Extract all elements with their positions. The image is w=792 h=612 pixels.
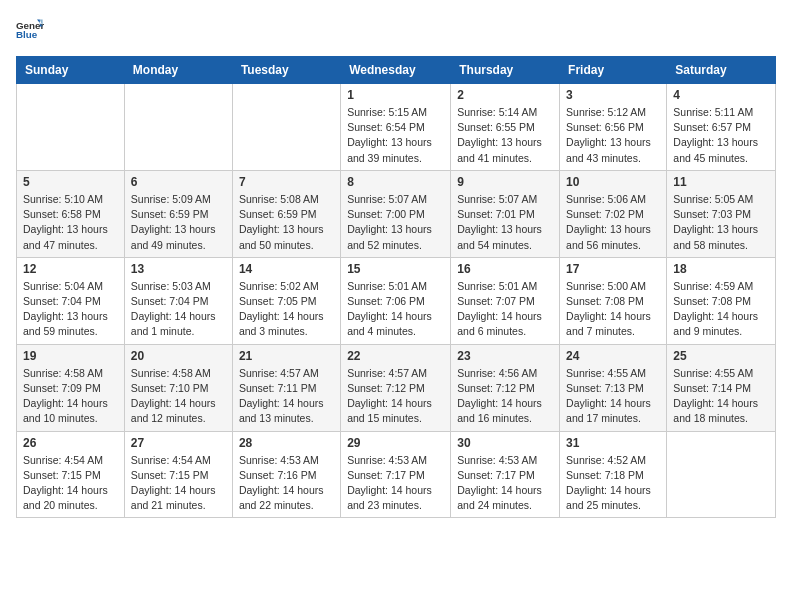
- calendar-cell: 2Sunrise: 5:14 AM Sunset: 6:55 PM Daylig…: [451, 84, 560, 171]
- day-info: Sunrise: 4:53 AM Sunset: 7:17 PM Dayligh…: [347, 453, 444, 514]
- calendar-cell: 28Sunrise: 4:53 AM Sunset: 7:16 PM Dayli…: [232, 431, 340, 518]
- day-number: 12: [23, 262, 118, 276]
- calendar-cell: 31Sunrise: 4:52 AM Sunset: 7:18 PM Dayli…: [560, 431, 667, 518]
- calendar-cell: 26Sunrise: 4:54 AM Sunset: 7:15 PM Dayli…: [17, 431, 125, 518]
- day-info: Sunrise: 5:04 AM Sunset: 7:04 PM Dayligh…: [23, 279, 118, 340]
- day-number: 1: [347, 88, 444, 102]
- calendar-cell: 16Sunrise: 5:01 AM Sunset: 7:07 PM Dayli…: [451, 257, 560, 344]
- svg-text:Blue: Blue: [16, 29, 38, 40]
- weekday-header-row: SundayMondayTuesdayWednesdayThursdayFrid…: [17, 57, 776, 84]
- day-number: 16: [457, 262, 553, 276]
- calendar-cell: 7Sunrise: 5:08 AM Sunset: 6:59 PM Daylig…: [232, 170, 340, 257]
- day-number: 26: [23, 436, 118, 450]
- day-number: 27: [131, 436, 226, 450]
- day-info: Sunrise: 4:57 AM Sunset: 7:11 PM Dayligh…: [239, 366, 334, 427]
- calendar-week-row: 19Sunrise: 4:58 AM Sunset: 7:09 PM Dayli…: [17, 344, 776, 431]
- weekday-header-monday: Monday: [124, 57, 232, 84]
- day-info: Sunrise: 5:00 AM Sunset: 7:08 PM Dayligh…: [566, 279, 660, 340]
- calendar-cell: 11Sunrise: 5:05 AM Sunset: 7:03 PM Dayli…: [667, 170, 776, 257]
- day-info: Sunrise: 4:55 AM Sunset: 7:13 PM Dayligh…: [566, 366, 660, 427]
- calendar-cell: 4Sunrise: 5:11 AM Sunset: 6:57 PM Daylig…: [667, 84, 776, 171]
- day-info: Sunrise: 4:58 AM Sunset: 7:10 PM Dayligh…: [131, 366, 226, 427]
- calendar-cell: 5Sunrise: 5:10 AM Sunset: 6:58 PM Daylig…: [17, 170, 125, 257]
- weekday-header-saturday: Saturday: [667, 57, 776, 84]
- weekday-header-thursday: Thursday: [451, 57, 560, 84]
- day-info: Sunrise: 5:07 AM Sunset: 7:00 PM Dayligh…: [347, 192, 444, 253]
- day-number: 14: [239, 262, 334, 276]
- calendar-table: SundayMondayTuesdayWednesdayThursdayFrid…: [16, 56, 776, 518]
- day-number: 23: [457, 349, 553, 363]
- weekday-header-wednesday: Wednesday: [341, 57, 451, 84]
- day-info: Sunrise: 5:01 AM Sunset: 7:07 PM Dayligh…: [457, 279, 553, 340]
- calendar-cell: [667, 431, 776, 518]
- day-info: Sunrise: 5:12 AM Sunset: 6:56 PM Dayligh…: [566, 105, 660, 166]
- day-info: Sunrise: 5:08 AM Sunset: 6:59 PM Dayligh…: [239, 192, 334, 253]
- calendar-cell: [232, 84, 340, 171]
- day-number: 17: [566, 262, 660, 276]
- day-info: Sunrise: 4:53 AM Sunset: 7:17 PM Dayligh…: [457, 453, 553, 514]
- page-header: General Blue: [16, 16, 776, 44]
- calendar-week-row: 12Sunrise: 5:04 AM Sunset: 7:04 PM Dayli…: [17, 257, 776, 344]
- day-number: 2: [457, 88, 553, 102]
- calendar-cell: 12Sunrise: 5:04 AM Sunset: 7:04 PM Dayli…: [17, 257, 125, 344]
- calendar-cell: 3Sunrise: 5:12 AM Sunset: 6:56 PM Daylig…: [560, 84, 667, 171]
- calendar-cell: 29Sunrise: 4:53 AM Sunset: 7:17 PM Dayli…: [341, 431, 451, 518]
- calendar-cell: 23Sunrise: 4:56 AM Sunset: 7:12 PM Dayli…: [451, 344, 560, 431]
- day-number: 21: [239, 349, 334, 363]
- weekday-header-sunday: Sunday: [17, 57, 125, 84]
- calendar-cell: 14Sunrise: 5:02 AM Sunset: 7:05 PM Dayli…: [232, 257, 340, 344]
- calendar-cell: 10Sunrise: 5:06 AM Sunset: 7:02 PM Dayli…: [560, 170, 667, 257]
- day-info: Sunrise: 5:06 AM Sunset: 7:02 PM Dayligh…: [566, 192, 660, 253]
- calendar-cell: 17Sunrise: 5:00 AM Sunset: 7:08 PM Dayli…: [560, 257, 667, 344]
- day-info: Sunrise: 4:53 AM Sunset: 7:16 PM Dayligh…: [239, 453, 334, 514]
- day-info: Sunrise: 5:05 AM Sunset: 7:03 PM Dayligh…: [673, 192, 769, 253]
- day-number: 13: [131, 262, 226, 276]
- day-number: 9: [457, 175, 553, 189]
- day-number: 3: [566, 88, 660, 102]
- day-number: 31: [566, 436, 660, 450]
- day-number: 30: [457, 436, 553, 450]
- calendar-cell: 24Sunrise: 4:55 AM Sunset: 7:13 PM Dayli…: [560, 344, 667, 431]
- day-number: 25: [673, 349, 769, 363]
- day-number: 29: [347, 436, 444, 450]
- calendar-week-row: 26Sunrise: 4:54 AM Sunset: 7:15 PM Dayli…: [17, 431, 776, 518]
- day-info: Sunrise: 4:58 AM Sunset: 7:09 PM Dayligh…: [23, 366, 118, 427]
- calendar-cell: 18Sunrise: 4:59 AM Sunset: 7:08 PM Dayli…: [667, 257, 776, 344]
- day-info: Sunrise: 5:03 AM Sunset: 7:04 PM Dayligh…: [131, 279, 226, 340]
- calendar-cell: 25Sunrise: 4:55 AM Sunset: 7:14 PM Dayli…: [667, 344, 776, 431]
- day-number: 15: [347, 262, 444, 276]
- day-number: 24: [566, 349, 660, 363]
- logo: General Blue: [16, 16, 44, 44]
- day-number: 19: [23, 349, 118, 363]
- weekday-header-tuesday: Tuesday: [232, 57, 340, 84]
- day-number: 6: [131, 175, 226, 189]
- day-info: Sunrise: 5:07 AM Sunset: 7:01 PM Dayligh…: [457, 192, 553, 253]
- day-info: Sunrise: 5:02 AM Sunset: 7:05 PM Dayligh…: [239, 279, 334, 340]
- calendar-cell: 6Sunrise: 5:09 AM Sunset: 6:59 PM Daylig…: [124, 170, 232, 257]
- calendar-cell: 9Sunrise: 5:07 AM Sunset: 7:01 PM Daylig…: [451, 170, 560, 257]
- logo-icon: General Blue: [16, 16, 44, 44]
- calendar-cell: 8Sunrise: 5:07 AM Sunset: 7:00 PM Daylig…: [341, 170, 451, 257]
- calendar-cell: 19Sunrise: 4:58 AM Sunset: 7:09 PM Dayli…: [17, 344, 125, 431]
- day-number: 7: [239, 175, 334, 189]
- calendar-cell: 20Sunrise: 4:58 AM Sunset: 7:10 PM Dayli…: [124, 344, 232, 431]
- day-info: Sunrise: 5:15 AM Sunset: 6:54 PM Dayligh…: [347, 105, 444, 166]
- day-number: 28: [239, 436, 334, 450]
- weekday-header-friday: Friday: [560, 57, 667, 84]
- day-info: Sunrise: 4:54 AM Sunset: 7:15 PM Dayligh…: [131, 453, 226, 514]
- day-info: Sunrise: 5:10 AM Sunset: 6:58 PM Dayligh…: [23, 192, 118, 253]
- day-info: Sunrise: 5:09 AM Sunset: 6:59 PM Dayligh…: [131, 192, 226, 253]
- day-info: Sunrise: 5:14 AM Sunset: 6:55 PM Dayligh…: [457, 105, 553, 166]
- day-number: 20: [131, 349, 226, 363]
- day-number: 5: [23, 175, 118, 189]
- day-number: 18: [673, 262, 769, 276]
- calendar-week-row: 5Sunrise: 5:10 AM Sunset: 6:58 PM Daylig…: [17, 170, 776, 257]
- day-number: 8: [347, 175, 444, 189]
- calendar-cell: 27Sunrise: 4:54 AM Sunset: 7:15 PM Dayli…: [124, 431, 232, 518]
- calendar-cell: [17, 84, 125, 171]
- day-number: 11: [673, 175, 769, 189]
- day-info: Sunrise: 4:59 AM Sunset: 7:08 PM Dayligh…: [673, 279, 769, 340]
- day-info: Sunrise: 5:01 AM Sunset: 7:06 PM Dayligh…: [347, 279, 444, 340]
- day-info: Sunrise: 4:57 AM Sunset: 7:12 PM Dayligh…: [347, 366, 444, 427]
- calendar-cell: 1Sunrise: 5:15 AM Sunset: 6:54 PM Daylig…: [341, 84, 451, 171]
